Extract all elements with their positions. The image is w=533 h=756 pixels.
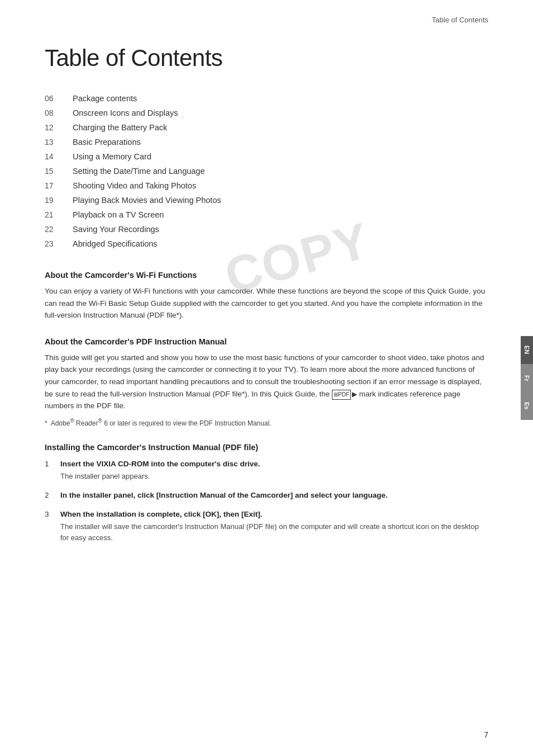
install-section-title: Installing the Camcorder's Instruction M… — [45, 443, 488, 452]
sidebar-tab-en[interactable]: EN — [521, 336, 533, 364]
toc-item: 13 Basic Preparations — [45, 138, 488, 147]
step-sub: The installer panel appears. — [60, 471, 488, 482]
toc-number: 22 — [45, 225, 73, 234]
pdf-section: About the Camcorder's PDF Instruction Ma… — [45, 337, 488, 427]
step-content: When the installation is complete, click… — [60, 509, 488, 543]
wifi-section-body: You can enjoy a variety of Wi-Fi functio… — [45, 285, 488, 322]
toc-item: 19 Playing Back Movies and Viewing Photo… — [45, 196, 488, 205]
pdf-mark-icon: ⊞PDF▶ — [332, 389, 357, 400]
toc-item: 06 Package contents — [45, 94, 488, 103]
toc-number: 06 — [45, 94, 73, 103]
pdf-footnote: * Adobe® Reader® 6 or later is required … — [45, 418, 488, 427]
toc-item: 15 Setting the Date/Time and Language — [45, 167, 488, 176]
toc-text: Using a Memory Card — [73, 152, 151, 161]
toc-number: 12 — [45, 123, 73, 132]
toc-text: Playback on a TV Screen — [73, 210, 164, 219]
install-section: Installing the Camcorder's Instruction M… — [45, 443, 488, 543]
page-container: Table of Contents Table of Contents 06 P… — [0, 0, 533, 756]
toc-item: 14 Using a Memory Card — [45, 152, 488, 161]
wifi-section: About the Camcorder's Wi-Fi Functions Yo… — [45, 271, 488, 322]
toc-item: 12 Charging the Battery Pack — [45, 123, 488, 132]
step-sub: The installer will save the camcorder's … — [60, 521, 488, 543]
step-main: In the installer panel, click [Instructi… — [60, 491, 388, 499]
step-number: 3 — [45, 509, 60, 520]
install-step: 3 When the installation is complete, cli… — [45, 509, 488, 543]
toc-text: Onscreen Icons and Displays — [73, 108, 178, 117]
toc-number: 23 — [45, 239, 73, 248]
page-title: Table of Contents — [45, 45, 488, 72]
pdf-icon-box: ⊞PDF — [332, 390, 351, 400]
toc-number: 13 — [45, 138, 73, 147]
right-sidebar: EN Fr Es — [521, 336, 533, 420]
step-number: 2 — [45, 490, 60, 501]
step-content: In the installer panel, click [Instructi… — [60, 490, 488, 501]
toc-number: 21 — [45, 210, 73, 219]
step-content: Insert the VIXIA CD-ROM into the compute… — [60, 459, 488, 482]
header-label: Table of Contents — [432, 16, 488, 24]
sidebar-tab-es[interactable]: Es — [521, 392, 533, 420]
toc-item: 23 Abridged Specifications — [45, 239, 488, 248]
wifi-section-title: About the Camcorder's Wi-Fi Functions — [45, 271, 488, 280]
toc-item: 22 Saving Your Recordings — [45, 225, 488, 234]
toc-text: Setting the Date/Time and Language — [73, 167, 204, 176]
install-step: 1 Insert the VIXIA CD-ROM into the compu… — [45, 459, 488, 482]
install-step: 2 In the installer panel, click [Instruc… — [45, 490, 488, 501]
toc-item: 21 Playback on a TV Screen — [45, 210, 488, 219]
toc-number: 19 — [45, 196, 73, 205]
install-steps-list: 1 Insert the VIXIA CD-ROM into the compu… — [45, 459, 488, 543]
sidebar-tab-fr[interactable]: Fr — [521, 364, 533, 392]
toc-text: Saving Your Recordings — [73, 225, 159, 234]
pdf-section-body: This guide will get you started and show… — [45, 352, 488, 412]
step-main: When the installation is complete, click… — [60, 510, 263, 518]
toc-list: 06 Package contents 08 Onscreen Icons an… — [45, 94, 488, 248]
toc-text: Shooting Video and Taking Photos — [73, 181, 196, 190]
toc-text: Abridged Specifications — [73, 239, 158, 248]
page-number: 7 — [484, 730, 488, 739]
toc-number: 17 — [45, 181, 73, 190]
toc-text: Package contents — [73, 94, 137, 103]
toc-number: 08 — [45, 108, 73, 117]
toc-text: Basic Preparations — [73, 138, 141, 147]
toc-item: 17 Shooting Video and Taking Photos — [45, 181, 488, 190]
step-main: Insert the VIXIA CD-ROM into the compute… — [60, 460, 260, 468]
toc-number: 14 — [45, 152, 73, 161]
toc-text: Charging the Battery Pack — [73, 123, 167, 132]
toc-item: 08 Onscreen Icons and Displays — [45, 108, 488, 117]
step-number: 1 — [45, 459, 60, 470]
toc-text: Playing Back Movies and Viewing Photos — [73, 196, 221, 205]
pdf-section-title: About the Camcorder's PDF Instruction Ma… — [45, 337, 488, 346]
toc-number: 15 — [45, 167, 73, 176]
